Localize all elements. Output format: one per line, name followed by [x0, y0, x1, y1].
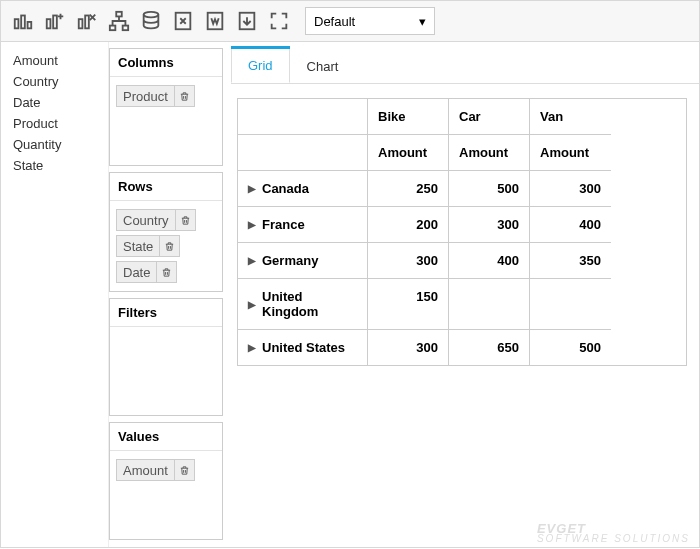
expand-icon[interactable]: ▶	[248, 183, 256, 194]
svg-rect-8	[110, 26, 116, 31]
pivot-row-label: Canada	[262, 181, 309, 196]
pivot-row-header[interactable]: ▶Canada	[238, 171, 368, 207]
pivot-cell: 300	[368, 243, 449, 279]
pivot-cell: 150	[368, 279, 449, 330]
pivot-row-header[interactable]: ▶United States	[238, 330, 368, 365]
pdf-export-icon[interactable]	[233, 7, 261, 35]
panel-rows-header: Rows	[110, 173, 222, 201]
pivot-col-header[interactable]: Van	[530, 99, 611, 135]
tabs: Grid Chart	[231, 44, 699, 84]
panel-filters-body[interactable]	[110, 327, 222, 415]
pivot-cell	[449, 279, 530, 330]
trash-icon[interactable]	[174, 460, 194, 480]
svg-rect-3	[47, 19, 51, 28]
pivot-corner	[238, 135, 368, 171]
field-tag[interactable]: Date	[116, 261, 177, 283]
field-tag[interactable]: State	[116, 235, 180, 257]
panel-values: Values Amount	[109, 422, 223, 540]
trash-icon[interactable]	[175, 210, 195, 230]
svg-rect-0	[15, 19, 19, 28]
svg-point-10	[144, 12, 159, 18]
fullscreen-icon[interactable]	[265, 7, 293, 35]
panel-rows-body[interactable]: CountryStateDate	[110, 201, 222, 291]
pivot-cell: 400	[449, 243, 530, 279]
database-icon[interactable]	[137, 7, 165, 35]
pivot-cell: 350	[530, 243, 611, 279]
tab-grid[interactable]: Grid	[231, 48, 290, 83]
pivot-col-header[interactable]: Car	[449, 99, 530, 135]
toolbar: Default ▾	[0, 0, 700, 42]
pivot-row-label: Germany	[262, 253, 318, 268]
pivot-row-header[interactable]: ▶France	[238, 207, 368, 243]
panel-columns-header: Columns	[110, 49, 222, 77]
field-tag-label: Country	[117, 213, 175, 228]
main-area: AmountCountryDateProductQuantityState Co…	[0, 42, 700, 548]
pivot-row-label: United Kingdom	[262, 289, 357, 319]
panel-filters: Filters	[109, 298, 223, 416]
pivot-grid: BikeCarVanAmountAmountAmount▶Canada25050…	[237, 98, 687, 366]
content-area: Grid Chart BikeCarVanAmountAmountAmount▶…	[227, 42, 699, 547]
pivot-cell: 300	[368, 330, 449, 365]
pivot-row-label: France	[262, 217, 305, 232]
pivot-sub-header: Amount	[530, 135, 611, 171]
expand-icon[interactable]: ▶	[248, 342, 256, 353]
chevron-down-icon: ▾	[419, 14, 426, 29]
panel-columns-body[interactable]: Product	[110, 77, 222, 165]
pivot-cell: 200	[368, 207, 449, 243]
excel-export-icon[interactable]	[169, 7, 197, 35]
svg-rect-9	[123, 26, 129, 31]
field-tag-label: State	[117, 239, 159, 254]
bar-remove-icon[interactable]	[73, 7, 101, 35]
pivot-cell: 650	[449, 330, 530, 365]
pivot-row-header[interactable]: ▶Germany	[238, 243, 368, 279]
expand-icon[interactable]: ▶	[248, 255, 256, 266]
pivot-row-label: United States	[262, 340, 345, 355]
svg-rect-2	[28, 22, 32, 28]
field-item[interactable]: Quantity	[7, 134, 102, 155]
svg-rect-5	[79, 19, 83, 28]
svg-rect-4	[53, 16, 57, 29]
bar-add-icon[interactable]	[41, 7, 69, 35]
panel-filters-header: Filters	[110, 299, 222, 327]
trash-icon[interactable]	[156, 262, 176, 282]
field-tag[interactable]: Amount	[116, 459, 195, 481]
tab-chart[interactable]: Chart	[290, 49, 356, 83]
tree-icon[interactable]	[105, 7, 133, 35]
pivot-col-header[interactable]: Bike	[368, 99, 449, 135]
layout-selector-value: Default	[314, 14, 355, 29]
svg-rect-6	[85, 16, 89, 29]
expand-icon[interactable]: ▶	[248, 219, 256, 230]
layout-selector[interactable]: Default ▾	[305, 7, 435, 35]
panel-values-header: Values	[110, 423, 222, 451]
svg-rect-1	[21, 16, 25, 29]
svg-rect-7	[116, 12, 122, 17]
pivot-sub-header: Amount	[368, 135, 449, 171]
field-tag[interactable]: Product	[116, 85, 195, 107]
panel-values-body[interactable]: Amount	[110, 451, 222, 539]
pivot-cell: 400	[530, 207, 611, 243]
pivot-row-header[interactable]: ▶United Kingdom	[238, 279, 368, 330]
pivot-corner	[238, 99, 368, 135]
field-item[interactable]: Amount	[7, 50, 102, 71]
field-item[interactable]: Country	[7, 71, 102, 92]
field-tag-label: Date	[117, 265, 156, 280]
trash-icon[interactable]	[174, 86, 194, 106]
pivot-cell	[530, 279, 611, 330]
field-item[interactable]: Date	[7, 92, 102, 113]
field-tag[interactable]: Country	[116, 209, 196, 231]
field-item[interactable]: Product	[7, 113, 102, 134]
panel-rows: Rows CountryStateDate	[109, 172, 223, 292]
word-export-icon[interactable]	[201, 7, 229, 35]
trash-icon[interactable]	[159, 236, 179, 256]
expand-icon[interactable]: ▶	[248, 299, 256, 310]
pivot-cell: 500	[449, 171, 530, 207]
field-item[interactable]: State	[7, 155, 102, 176]
pivot-cell: 300	[530, 171, 611, 207]
bar-chart-icon[interactable]	[9, 7, 37, 35]
field-tag-label: Product	[117, 89, 174, 104]
pivot-cell: 500	[530, 330, 611, 365]
panel-columns: Columns Product	[109, 48, 223, 166]
pivot-cell: 250	[368, 171, 449, 207]
pivot-sub-header: Amount	[449, 135, 530, 171]
config-panels: Columns Product Rows CountryStateDate Fi…	[109, 42, 227, 547]
